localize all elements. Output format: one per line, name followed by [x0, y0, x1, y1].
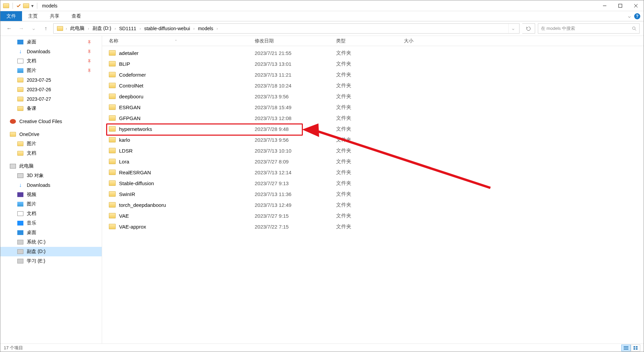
file-row[interactable]: RealESRGAN2023/7/13 12:14文件夹	[102, 167, 644, 178]
tree-item[interactable]: 视频	[0, 190, 102, 199]
file-row[interactable]: VAE2023/7/27 9:15文件夹	[102, 210, 644, 221]
file-row[interactable]: hypernetworks2023/7/28 9:48文件夹	[102, 123, 644, 134]
tree-item[interactable]: 备课	[0, 104, 102, 113]
ribbon-collapse-icon[interactable]: ⌵	[628, 14, 631, 19]
file-type: 文件夹	[336, 93, 404, 100]
tree-item[interactable]: 图片	[0, 139, 102, 149]
tab-home[interactable]: 主页	[22, 11, 44, 21]
crumb-d-drive[interactable]: 副盘 (D:)	[90, 24, 114, 33]
minimize-button[interactable]	[597, 0, 612, 11]
help-icon[interactable]: ?	[634, 13, 640, 19]
chevron-right-icon[interactable]: ›	[65, 27, 67, 31]
tree-item[interactable]: 音乐	[0, 218, 102, 228]
tree-item[interactable]: Creative Cloud Files	[0, 117, 102, 126]
tree-item[interactable]: 桌面	[0, 37, 102, 47]
file-name: Lora	[119, 159, 129, 164]
qat-checkmark-icon[interactable]	[16, 3, 21, 8]
nav-tree[interactable]: 桌面↓Downloads文档图片2023-07-252023-07-262023…	[0, 36, 102, 344]
chevron-right-icon[interactable]: ›	[114, 27, 116, 31]
file-row[interactable]: karlo2023/7/13 9:56文件夹	[102, 134, 644, 145]
tree-item[interactable]: 2023-07-27	[0, 94, 102, 104]
nav-back-button[interactable]: ←	[4, 25, 14, 32]
chevron-right-icon[interactable]: ›	[139, 27, 141, 31]
file-row[interactable]: torch_deepdanbooru2023/7/13 12:49文件夹	[102, 199, 644, 210]
file-date: 2023/7/13 9:56	[255, 94, 336, 99]
tree-item[interactable]: 此电脑	[0, 161, 102, 171]
folder-icon	[17, 141, 23, 146]
tree-item-label: 图片	[27, 201, 36, 207]
tab-view[interactable]: 查看	[65, 11, 87, 21]
file-row[interactable]: VAE-approx2023/7/22 7:15文件夹	[102, 221, 644, 232]
video-icon	[17, 192, 23, 197]
crumb-webui[interactable]: stable-diffusion-webui	[141, 24, 193, 33]
tree-item[interactable]: ↓Downloads	[0, 47, 102, 56]
tree-item[interactable]: 3D 对象	[0, 171, 102, 180]
address-dropdown-button[interactable]: ⌵	[508, 24, 518, 33]
view-icons-button[interactable]	[631, 345, 640, 351]
tree-item-label: Creative Cloud Files	[19, 119, 62, 124]
maximize-button[interactable]	[612, 0, 628, 11]
file-name: VAE-approx	[119, 224, 146, 230]
column-type[interactable]: 类型	[336, 38, 404, 44]
file-row[interactable]: Lora2023/7/27 8:09文件夹	[102, 156, 644, 167]
tree-item[interactable]: 桌面	[0, 228, 102, 237]
tab-file[interactable]: 文件	[0, 11, 22, 21]
file-date: 2023/7/13 13:01	[255, 61, 336, 67]
column-date[interactable]: 修改日期	[255, 38, 336, 44]
tree-item[interactable]: ↓Downloads	[0, 180, 102, 190]
search-input[interactable]: 在 models 中搜索	[538, 23, 640, 34]
chevron-right-icon[interactable]: ›	[87, 27, 90, 31]
tree-item[interactable]: 文档	[0, 149, 102, 158]
tree-item[interactable]: 2023-07-26	[0, 85, 102, 94]
file-row[interactable]: Codeformer2023/7/13 11:21文件夹	[102, 69, 644, 80]
nav-recent-button[interactable]: ⌵	[29, 26, 38, 31]
tree-item[interactable]: OneDrive	[0, 130, 102, 139]
tree-item[interactable]: 系统 (C:)	[0, 237, 102, 247]
chevron-right-icon[interactable]: ›	[193, 27, 195, 31]
tree-item-label: 2023-07-26	[27, 87, 51, 92]
tree-item[interactable]: 图片	[0, 66, 102, 75]
column-size[interactable]: 大小	[404, 38, 458, 44]
status-item-count: 17 个项目	[4, 345, 23, 351]
file-date: 2023/7/13 10:10	[255, 148, 336, 154]
folder-icon	[17, 97, 23, 101]
file-row[interactable]: GFPGAN2023/7/13 12:08文件夹	[102, 113, 644, 123]
file-row[interactable]: BLIP2023/7/13 13:01文件夹	[102, 58, 644, 69]
file-row[interactable]: LDSR2023/7/13 10:10文件夹	[102, 145, 644, 156]
close-button[interactable]	[628, 0, 644, 11]
column-name[interactable]: 名称⌃	[109, 38, 255, 44]
tree-item[interactable]: 2023-07-25	[0, 75, 102, 85]
qat-folder-icon[interactable]	[23, 3, 29, 8]
crumb-this-pc[interactable]: 此电脑	[67, 24, 87, 33]
tree-item[interactable]: 文档	[0, 56, 102, 66]
tree-item-label: Downloads	[27, 49, 50, 54]
tree-item[interactable]: 副盘 (D:)	[0, 247, 102, 256]
crumb-sd1111[interactable]: SD1111	[116, 24, 139, 33]
address-bar[interactable]: › 此电脑 › 副盘 (D:) › SD1111 › stable-diffus…	[53, 23, 520, 34]
folder-icon	[109, 137, 116, 142]
file-name: RealESRGAN	[119, 170, 151, 175]
onedrive-icon	[10, 132, 16, 137]
chevron-right-icon[interactable]: ›	[216, 27, 218, 31]
file-row[interactable]: deepbooru2023/7/13 9:56文件夹	[102, 91, 644, 102]
nav-up-button[interactable]: ↑	[41, 25, 51, 32]
file-row[interactable]: Stable-diffusion2023/7/27 9:13文件夹	[102, 178, 644, 189]
file-type: 文件夹	[336, 158, 404, 165]
tree-item[interactable]: 学习 (E:)	[0, 256, 102, 266]
search-placeholder: 在 models 中搜索	[541, 25, 575, 32]
file-type: 文件夹	[336, 61, 404, 67]
tree-item[interactable]: 图片	[0, 199, 102, 209]
file-row[interactable]: adetailer2023/7/21 21:55文件夹	[102, 47, 644, 58]
refresh-button[interactable]	[522, 23, 535, 34]
tree-item[interactable]: 文档	[0, 209, 102, 218]
file-row[interactable]: ESRGAN2023/7/18 15:49文件夹	[102, 102, 644, 113]
tab-share[interactable]: 共享	[44, 11, 65, 21]
tree-item-label: 学习 (E:)	[27, 258, 45, 264]
nav-forward-button[interactable]: →	[17, 25, 26, 32]
file-row[interactable]: ControlNet2023/7/18 10:24文件夹	[102, 80, 644, 91]
titlebar: ▾ models	[0, 0, 644, 11]
crumb-models[interactable]: models	[195, 24, 216, 33]
qat-overflow-icon[interactable]: ▾	[31, 3, 34, 8]
view-details-button[interactable]	[621, 345, 631, 351]
file-row[interactable]: SwinIR2023/7/13 11:36文件夹	[102, 189, 644, 199]
